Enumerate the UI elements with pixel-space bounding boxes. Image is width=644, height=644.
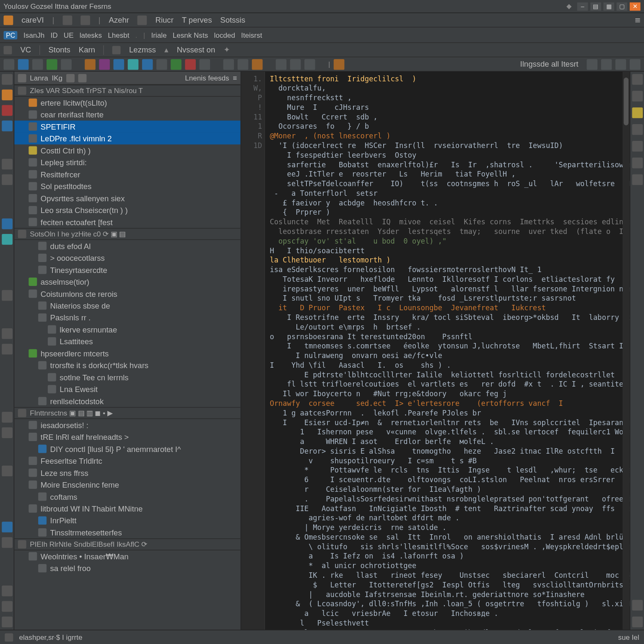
close-button[interactable]: ✕ xyxy=(630,2,641,10)
menu-item[interactable]: T perves xyxy=(182,16,212,24)
toolbar-button[interactable] xyxy=(61,59,72,70)
tree-item[interactable]: coftams xyxy=(14,491,241,502)
tree-item[interactable]: asselmse(tior) xyxy=(14,276,241,288)
panel-button-1[interactable]: ▤ xyxy=(590,2,601,10)
tree-item[interactable]: duts efod Al xyxy=(14,240,241,252)
tree-item[interactable]: sotlne Tee cn lerrnls xyxy=(14,371,241,383)
toolbar-button[interactable] xyxy=(630,59,641,70)
tree-item[interactable]: LeDPre .flcl vimnln 2 xyxy=(14,132,241,144)
gutter-icon[interactable] xyxy=(2,174,13,185)
tree-item[interactable]: lkerve esrnuntae xyxy=(14,324,241,335)
tree-item[interactable]: cear rterifast Iterte xyxy=(14,109,241,120)
tree-item[interactable]: Tinssltrmetesetterfes xyxy=(14,527,241,538)
toolbar-button[interactable] xyxy=(85,59,96,70)
gutter-icon[interactable] xyxy=(632,91,643,101)
tree-item[interactable]: SPETIFIR xyxy=(14,121,241,132)
gutter-icon[interactable] xyxy=(2,586,13,597)
sidebar-header-label[interactable]: Lanra xyxy=(30,74,48,82)
gutter-icon[interactable] xyxy=(632,174,643,185)
gutter-icon[interactable] xyxy=(2,218,13,229)
menu-item[interactable]: latesks xyxy=(80,31,102,39)
tree-item[interactable]: tRE lnRl ealf hrelneadts > xyxy=(14,431,241,443)
tree-item[interactable]: > ooocecotlarss xyxy=(14,252,241,264)
gutter-icon[interactable] xyxy=(2,121,13,132)
toolbar-button[interactable] xyxy=(276,59,287,70)
toolbar-button[interactable] xyxy=(223,59,234,70)
scrollbar-thumb[interactable] xyxy=(624,78,628,125)
tree-item[interactable]: Feeserltse Trldlrtc xyxy=(14,455,241,467)
toolbar-button[interactable] xyxy=(128,59,139,70)
tree-item[interactable]: Coistumlons cte rerois xyxy=(14,288,241,299)
sidebar-header-label[interactable]: Lnenis feesds xyxy=(185,74,229,82)
gutter-icon[interactable] xyxy=(2,105,13,116)
gutter-icon[interactable] xyxy=(2,290,13,301)
gutter-icon[interactable] xyxy=(2,465,13,476)
menu-item[interactable]: Azehr xyxy=(109,16,129,24)
menu-item[interactable]: Karn xyxy=(79,45,95,54)
tree-item[interactable]: Lepleg stirtdi: xyxy=(14,156,241,168)
menu-item[interactable]: Nvssest on xyxy=(177,45,216,54)
toolbar-button[interactable] xyxy=(615,59,626,70)
toolbar-button[interactable] xyxy=(99,59,110,70)
toolbar-button[interactable] xyxy=(32,59,43,70)
project-tree[interactable]: ZIes VAR SDoeft TrPST a Nis/rou Tertere … xyxy=(14,85,241,630)
toolbar-button[interactable] xyxy=(171,59,182,70)
tree-item[interactable]: Lsattitees xyxy=(14,335,241,347)
menu-item[interactable]: VC xyxy=(20,45,31,54)
menu-item[interactable]: careVI xyxy=(21,16,44,24)
toolbar-button[interactable] xyxy=(185,59,196,70)
menu-item[interactable]: ID xyxy=(50,31,57,39)
tree-item[interactable]: Moire Enscleninc feme xyxy=(14,479,241,491)
gutter-icon[interactable] xyxy=(632,600,643,611)
tree-item[interactable]: iesadorsetis! : xyxy=(14,419,241,431)
toolbar-button[interactable] xyxy=(199,59,210,70)
tree-item[interactable]: Lna Ewesit xyxy=(14,383,241,395)
toolbar-button[interactable] xyxy=(601,59,612,70)
gutter-icon[interactable] xyxy=(632,107,643,118)
tree-item[interactable]: hpseerdlerc mtcerts xyxy=(14,348,241,359)
tree-item[interactable]: Weolntries • Insaer₩Man xyxy=(14,551,241,562)
menu-item[interactable]: Lesnk Nsts xyxy=(173,31,208,39)
tree-group-header[interactable]: FInttnrsctns ▣ ▤ ▥ ◼ • ▶ xyxy=(14,407,241,419)
toolbar-button[interactable] xyxy=(587,59,597,70)
gutter-icon[interactable] xyxy=(2,74,13,85)
tree-item[interactable]: feciten ectoafert [fest xyxy=(14,216,241,228)
gutter-icon[interactable] xyxy=(2,328,13,339)
menu-item[interactable]: Stonts xyxy=(48,45,70,54)
tree-group-header[interactable]: SotsOln I he yzHite c0 ⟳ ▣ ▤ xyxy=(14,228,241,240)
gutter-icon[interactable] xyxy=(632,617,643,628)
tree-item[interactable]: litbroutd Wf IN Thabirt MNitne xyxy=(14,503,241,514)
tree-item[interactable]: Tinesyrtasercdte xyxy=(14,264,241,275)
tree-item[interactable]: ertere Ilcitw(t(sLIto) xyxy=(14,97,241,109)
toolbar-button[interactable] xyxy=(156,59,167,70)
tree-item[interactable]: Leo srsta Chseiscer(tn ) ) xyxy=(14,204,241,216)
menu-item[interactable]: Sotssis xyxy=(220,16,245,24)
gutter-icon[interactable] xyxy=(2,537,13,548)
menu-item[interactable]: Iriale xyxy=(151,31,166,39)
gutter-icon[interactable] xyxy=(632,141,643,152)
menu-item[interactable]: Iteisrst xyxy=(241,31,262,39)
gutter-icon[interactable] xyxy=(2,617,13,628)
tree-item[interactable]: Leze sns ffrss xyxy=(14,467,241,478)
toolbar-button[interactable] xyxy=(113,59,124,70)
gutter-icon[interactable] xyxy=(632,158,643,169)
sidebar-header-label[interactable]: IKg xyxy=(52,74,62,82)
toolbar-button[interactable] xyxy=(290,59,301,70)
toolbar-button[interactable] xyxy=(47,59,57,70)
gutter-icon[interactable] xyxy=(632,124,643,135)
sidebar-header-menu-icon[interactable]: ≡ xyxy=(233,74,237,82)
gutter-icon[interactable] xyxy=(2,412,13,423)
gutter-icon[interactable] xyxy=(2,90,13,101)
tree-item[interactable]: sa relel froo xyxy=(14,562,241,574)
toolbar-button[interactable] xyxy=(252,59,263,70)
minimize-button[interactable]: – xyxy=(577,2,588,10)
tree-item[interactable]: renllselctodstok xyxy=(14,395,241,407)
menu-item[interactable]: Lezmss xyxy=(129,45,156,54)
toolbar-button[interactable] xyxy=(334,59,345,70)
tree-item[interactable]: InrPieltt xyxy=(14,514,241,526)
tree-item[interactable]: Paslsnls rr . xyxy=(14,312,241,323)
toolbar-button[interactable] xyxy=(238,59,249,70)
tree-item[interactable]: Resittefrcer xyxy=(14,168,241,180)
gutter-icon[interactable] xyxy=(2,522,13,532)
toolbar-button[interactable] xyxy=(18,59,29,70)
